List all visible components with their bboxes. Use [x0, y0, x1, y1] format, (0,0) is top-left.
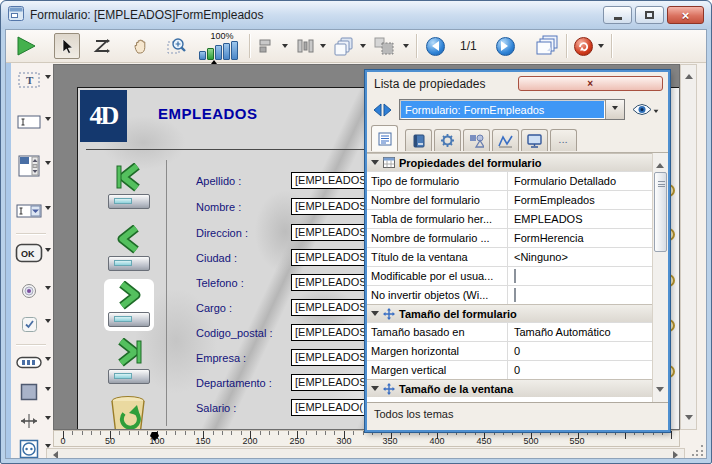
property-value[interactable]: FormHerencia [507, 229, 652, 247]
tab-property-list[interactable] [371, 125, 398, 151]
combo-box-tool-caret[interactable] [45, 206, 51, 213]
next-record-button[interactable] [104, 279, 154, 331]
panel-scrollbar[interactable] [652, 153, 668, 402]
prev-next-object-arrows[interactable] [373, 103, 392, 117]
tab-more[interactable]: ... [550, 129, 577, 151]
tab-events[interactable] [492, 129, 519, 151]
field-label[interactable]: Departamento : [196, 377, 290, 389]
show-hide-eye-button[interactable] [632, 103, 659, 116]
tab-control-tool-caret[interactable] [45, 357, 51, 364]
level-objects-button[interactable] [331, 33, 357, 59]
list-box-tool-caret[interactable] [45, 161, 51, 168]
static-text-tool[interactable]: T [15, 67, 43, 93]
property-value[interactable]: 0 [507, 342, 652, 360]
previous-record-button[interactable] [104, 223, 154, 275]
section-header-form-properties[interactable]: Propiedades del formulario [367, 153, 652, 171]
close-button[interactable]: × [667, 6, 704, 24]
field-label[interactable]: Salario : [196, 402, 290, 414]
property-value[interactable]: FormEmpleados [507, 191, 652, 209]
first-record-button[interactable] [104, 161, 154, 213]
button-tool-caret[interactable] [45, 248, 51, 255]
window-resize-grip[interactable] [692, 444, 704, 456]
tab-objects[interactable] [463, 129, 490, 151]
maximize-button[interactable] [635, 6, 664, 24]
field-label[interactable]: Cargo : [196, 302, 290, 314]
field-label[interactable]: Telefono : [196, 277, 290, 289]
distribute-objects-button[interactable] [292, 33, 318, 59]
scroll-right-button[interactable] [673, 451, 682, 459]
tab-action[interactable] [434, 129, 461, 151]
next-page-button[interactable] [492, 33, 518, 59]
property-value[interactable]: Tamaño Automático [507, 323, 652, 341]
level-dropdown-caret[interactable] [360, 44, 366, 51]
static-text-tool-caret[interactable] [45, 75, 51, 82]
scroll-up-button[interactable] [685, 70, 693, 79]
object-selector-combobox[interactable]: Formulario: FormEmpleados [399, 99, 625, 120]
scroll-down-button[interactable] [685, 415, 693, 424]
tab-control-tool[interactable] [15, 349, 43, 375]
run-form-button[interactable] [13, 33, 39, 59]
field-label[interactable]: Direccion : [196, 227, 290, 239]
zoom-bar-50[interactable] [199, 51, 206, 60]
panel-scroll-down-button[interactable] [656, 387, 664, 396]
form-title-text[interactable]: EMPLEADOS [158, 105, 258, 122]
page-manager-button[interactable] [534, 33, 560, 59]
previous-page-button[interactable] [422, 33, 448, 59]
checkbox-tool-caret[interactable] [45, 319, 51, 326]
splitter-tool-caret[interactable] [45, 416, 51, 423]
panel-scroll-up-button[interactable] [656, 159, 664, 168]
field-label[interactable]: Ciudad : [196, 252, 290, 264]
radio-button-tool[interactable] [15, 278, 43, 304]
zoom-tool-button[interactable] [164, 33, 190, 59]
panel-footer-theme-selector[interactable]: Todos los temas [367, 402, 668, 430]
hand-tool-button[interactable] [128, 33, 154, 59]
delete-record-trash-button[interactable] [104, 391, 154, 430]
field-label[interactable]: Empresa : [196, 352, 290, 364]
input-field-tool-caret[interactable] [45, 117, 51, 124]
scroll-left-button[interactable] [49, 451, 58, 459]
last-record-button[interactable] [104, 336, 154, 388]
group-dropdown-caret[interactable] [403, 44, 409, 51]
align-objects-button[interactable] [254, 33, 280, 59]
rectangle-tool[interactable] [15, 379, 43, 405]
property-value[interactable]: <Ninguno> [507, 248, 652, 266]
radio-button-tool-caret[interactable] [45, 286, 51, 293]
rectangle-tool-caret[interactable] [45, 387, 51, 394]
splitter-tool[interactable] [15, 408, 43, 434]
tab-detail[interactable] [405, 129, 432, 151]
select-tool-button[interactable] [54, 33, 80, 59]
field-label[interactable]: Nombre : [196, 201, 290, 213]
combobox-dropdown-button[interactable] [605, 100, 624, 119]
combo-box-tool[interactable] [15, 198, 43, 224]
tab-display[interactable] [521, 129, 548, 151]
4d-logo[interactable]: 4D [80, 90, 127, 142]
checkbox-tool[interactable] [15, 311, 43, 337]
modifiable-checkbox[interactable] [514, 269, 516, 283]
zoom-bar-800[interactable] [231, 41, 238, 60]
group-objects-button[interactable] [372, 33, 398, 59]
section-header-window-size[interactable]: Tamaño de la ventana [367, 379, 652, 397]
minimize-button[interactable] [603, 6, 632, 24]
zoom-bar-400[interactable] [223, 43, 230, 60]
panel-scrollbar-thumb[interactable] [654, 172, 667, 252]
order-entry-tool-button[interactable] [89, 33, 115, 59]
distribute-dropdown-caret[interactable] [320, 44, 326, 51]
vertical-divider-line[interactable] [166, 160, 167, 426]
rotation-dropdown-caret[interactable] [598, 44, 604, 51]
property-value[interactable]: 0 [507, 361, 652, 379]
button-tool[interactable]: OK [15, 240, 43, 266]
property-value[interactable]: Formulario Detallado [507, 172, 652, 190]
no-invert-checkbox[interactable] [514, 288, 516, 302]
zoom-level-control[interactable]: 100% [199, 31, 245, 62]
field-label[interactable]: Apellido : [196, 175, 290, 187]
object-rotation-button[interactable] [570, 33, 596, 59]
section-header-form-size[interactable]: Tamaño del formulario [367, 304, 652, 322]
panel-close-button[interactable]: × [518, 76, 664, 91]
vertical-scrollbar[interactable] [680, 64, 697, 430]
horizontal-scrollbar[interactable] [46, 448, 685, 459]
list-box-tool[interactable] [15, 153, 43, 179]
align-dropdown-caret[interactable] [282, 44, 288, 51]
field-label[interactable]: Codigo_postal : [196, 327, 290, 339]
property-value[interactable]: EMPLEADOS [507, 210, 652, 228]
input-field-tool[interactable] [15, 109, 43, 135]
